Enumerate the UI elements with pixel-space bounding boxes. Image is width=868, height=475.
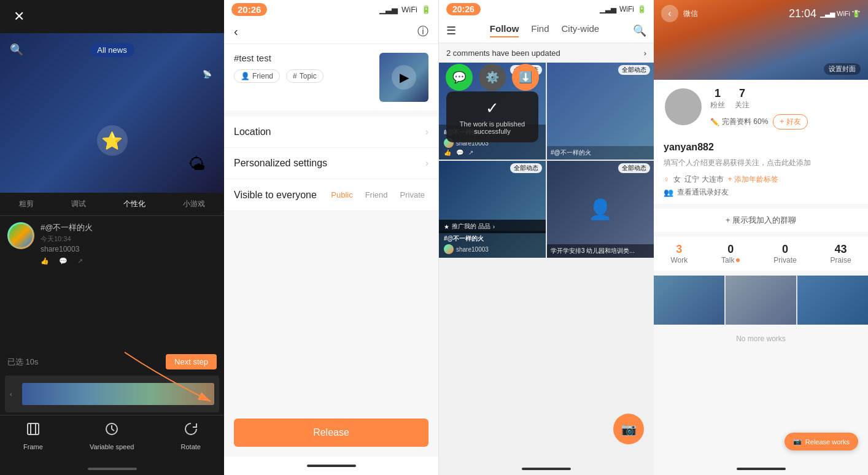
meta-contacts[interactable]: 👥 查看通讯录好友 [664, 187, 858, 198]
location-label: Location [234, 126, 271, 137]
release-works-fab[interactable]: 📷 Release works [785, 433, 858, 450]
hamburger-icon[interactable]: ☰ [446, 24, 456, 37]
timeline-nav-left[interactable]: ‹ [10, 390, 12, 398]
post-header: ‹ ⓘ [224, 19, 438, 44]
search-icon-feed[interactable]: 🔍 [633, 24, 646, 37]
feed-cell-3[interactable]: 全部动态 #@不一样的火 share10003 ★ 推广我的 品品 › [439, 161, 546, 258]
following-label: 关注 [735, 100, 750, 110]
search-icon[interactable]: 🔍 [10, 43, 23, 56]
feed-cell-4-tag: 全部动态 [618, 163, 650, 173]
tab-citywide[interactable]: City-wide [562, 23, 600, 37]
release-button[interactable]: Release [234, 419, 428, 447]
show-groups-button[interactable]: + 展示我加入的群聊 [726, 215, 796, 226]
frame-icon [26, 422, 41, 440]
more-button[interactable]: ··· [851, 5, 861, 18]
editor-nav-tabs: 粗剪 调试 个性化 小游戏 [0, 193, 224, 216]
tab-adjust[interactable]: 调试 [66, 198, 91, 210]
complete-label[interactable]: 完善资料 60% [722, 117, 768, 127]
feed-cell-1[interactable]: 全部动态 #@不一样的火 share10003 👍 💬 ↗ ✓ The work… [439, 63, 546, 160]
option-public[interactable]: Public [327, 189, 356, 201]
tag-topic[interactable]: # Topic [286, 69, 324, 83]
stat-work[interactable]: 3 Work [670, 243, 688, 265]
stat-praise[interactable]: 43 Praise [831, 243, 851, 265]
settings-list: Location › Personalized settings › Visib… [224, 117, 438, 211]
feed-time: 20:26 [446, 3, 481, 15]
tool-rotate[interactable]: Rotate [181, 422, 201, 450]
avatar-image [665, 88, 702, 125]
profile-bio[interactable]: 填写个人介绍更容易获得关注，点击此处添加 [654, 155, 868, 172]
tool-variable-speed-label: Variable speed [90, 443, 134, 450]
info-button[interactable]: ⓘ [417, 24, 428, 39]
profile-back-button[interactable]: ‹ [661, 5, 678, 22]
settings-location[interactable]: Location › [224, 117, 438, 148]
add-age-tag[interactable]: + 添加年龄标签 [727, 175, 778, 183]
thumbnail-icon: ▶ [392, 65, 416, 90]
share-icon[interactable]: ↗ [468, 149, 473, 156]
feed-cell-2-tag: 全部动态 [618, 65, 650, 75]
download-button[interactable]: ⬇️ [512, 64, 539, 91]
profile-top-bar: ‹ 微信 21:04 ▁▃▅ WiFi 🔋 [654, 0, 868, 27]
tab-minigames[interactable]: 小游戏 [178, 198, 210, 210]
tab-follow[interactable]: Follow [490, 23, 519, 37]
like-icon[interactable]: 👍 [444, 149, 451, 156]
feed-cell-4[interactable]: 全部动态 👤 学开学安排3 幼儿园和培训类... [547, 161, 654, 258]
tab-personalize[interactable]: 个性化 [118, 198, 150, 210]
profile-groups-bar: + 展示我加入的群聊 [654, 209, 868, 232]
editor-feed: #@不一样的火 今天10:34 share10003 👍 💬 ↗ [0, 216, 224, 350]
selection-bar: 已选 10s Next step [0, 350, 224, 373]
back-button[interactable]: ‹ [234, 25, 238, 39]
all-news-badge: All news [90, 43, 134, 57]
profile-header-right: 21:04 ▁▃▅ WiFi 🔋 [789, 7, 861, 20]
settings-personalized[interactable]: Personalized settings › [224, 148, 438, 179]
feed-notification[interactable]: 2 comments have been updated › [439, 44, 654, 63]
comment-action[interactable]: 💬 [59, 257, 68, 265]
next-step-button[interactable]: Next step [166, 354, 217, 369]
tab-find[interactable]: Find [531, 23, 549, 37]
tag-friend[interactable]: 👤 Friend [234, 69, 280, 83]
stat-private[interactable]: 0 Private [773, 243, 796, 265]
feed-cell-3-title: #@不一样的火 [444, 234, 541, 243]
wechat-button[interactable]: 💬 [446, 64, 473, 91]
chevron-right-icon2: › [425, 158, 428, 169]
profile-gallery [654, 276, 868, 325]
cover-label[interactable]: 设置封面 [824, 63, 861, 75]
gallery-item-2[interactable] [726, 276, 796, 325]
no-more-works: No more works [654, 325, 868, 353]
profile-meta: ♀ 女 辽宁 大连市 + 添加年龄标签 👥 查看通讯录好友 [654, 172, 868, 204]
home-indicator [307, 465, 356, 467]
post-bottom-bar [224, 457, 438, 475]
camera-fab[interactable]: 📷 [613, 414, 644, 444]
friend-icon: 👤 [241, 72, 250, 80]
gallery-item-3[interactable] [797, 276, 868, 325]
share-action[interactable]: ↗ [77, 257, 83, 265]
rotate-icon [184, 422, 198, 440]
option-private[interactable]: Private [397, 189, 428, 201]
like-action[interactable]: 👍 [41, 257, 49, 265]
tool-frame[interactable]: Frame [23, 422, 43, 450]
comment-icon[interactable]: 💬 [456, 149, 463, 156]
feed-battery-icon: 🔋 [637, 5, 646, 14]
following-count: 7 关注 [735, 87, 750, 110]
tool-frame-label: Frame [23, 443, 43, 450]
post-hashtag[interactable]: #test test [234, 53, 372, 63]
feed-cell-3-info: #@不一样的火 share10003 [439, 231, 546, 258]
feed-cell-2[interactable]: 全部动态 #@不一样的火 [547, 63, 654, 160]
panel-profile: ‹ 微信 21:04 ▁▃▅ WiFi 🔋 设置封面 ··· 1 [654, 0, 868, 475]
following-num: 7 [735, 87, 750, 100]
tab-rough-cut[interactable]: 粗剪 [14, 198, 39, 210]
close-button[interactable]: ✕ [10, 7, 28, 26]
timeline-strip[interactable] [22, 383, 214, 405]
settings-button[interactable]: ⚙️ [479, 64, 506, 91]
tag-friend-label: Friend [252, 72, 273, 80]
profile-tab-stats: 3 Work 0 Talk 0 Private 43 Praise [654, 237, 868, 271]
timeline: ‹ [5, 376, 219, 412]
feed-title: #@不一样的火 [41, 222, 217, 233]
gallery-item-1[interactable] [654, 276, 724, 325]
profile-stats: 1 粉丝 7 关注 ✏️ 完善资料 60% + 好友 [710, 87, 858, 129]
promote-bar[interactable]: ★ 推广我的 品品 › [439, 220, 546, 233]
post-content-area: #test test 👤 Friend # Topic ▶ [224, 44, 438, 110]
tool-variable-speed[interactable]: Variable speed [90, 422, 134, 450]
add-friend-button[interactable]: + 好友 [773, 114, 807, 129]
stat-talk[interactable]: 0 Talk [721, 243, 740, 265]
option-friend[interactable]: Friend [362, 189, 392, 201]
